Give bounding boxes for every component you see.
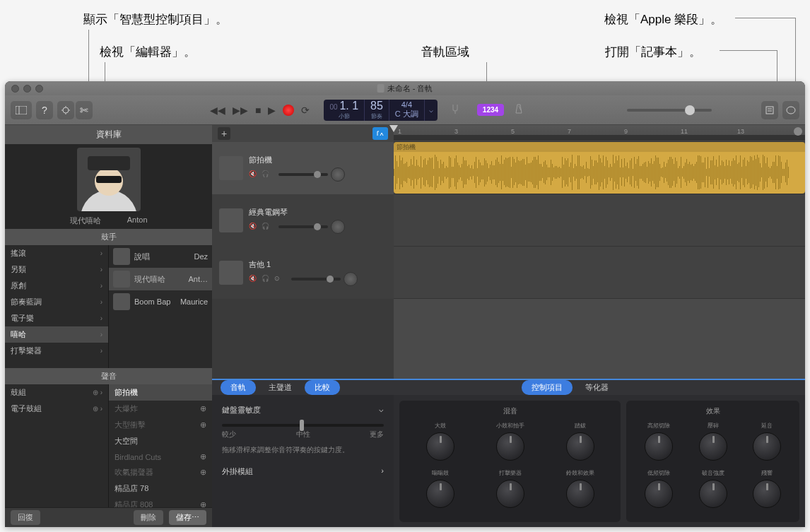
control-knob[interactable] (566, 432, 594, 461)
control-knob[interactable] (426, 432, 454, 461)
genre-item[interactable]: 嘻哈› (5, 326, 108, 343)
headphone-button[interactable]: 🎧 (262, 223, 271, 231)
preset-item[interactable]: Birdland Cuts⊕ (109, 449, 212, 464)
mute-button[interactable]: 🔇 (249, 223, 259, 231)
apple-loops-button[interactable] (782, 101, 799, 119)
control-knob[interactable] (496, 432, 524, 461)
pan-knob[interactable] (344, 272, 358, 286)
genre-item[interactable]: 電子樂› (5, 310, 108, 326)
track-volume-slider[interactable] (278, 173, 328, 176)
drummer-item[interactable]: Boom BapMaurice (109, 290, 212, 313)
window-zoom-button[interactable] (35, 85, 43, 93)
smart-controls-button[interactable] (57, 101, 74, 119)
delete-button[interactable]: 刪除 (134, 510, 163, 525)
lcd-menu-button[interactable]: ⌵ (425, 100, 438, 121)
timeline[interactable]: 135791113 節拍機 (394, 125, 805, 379)
track-lane[interactable] (394, 247, 805, 299)
drummer-item[interactable]: 說唱Dez (109, 245, 212, 268)
headphone-button[interactable]: 🎧 (262, 275, 271, 283)
genre-list[interactable]: 搖滾›另類›原創›節奏藍調›電子樂›嘻哈›打擊樂器› (5, 245, 109, 368)
ruler[interactable]: 135791113 (394, 125, 805, 142)
control-knob[interactable] (753, 432, 781, 461)
control-knob[interactable] (645, 432, 673, 461)
end-marker[interactable] (794, 127, 802, 136)
track-volume-slider[interactable] (291, 278, 341, 280)
tab-master[interactable]: 主聲道 (259, 380, 302, 395)
slider-thumb[interactable] (300, 420, 304, 431)
drummer-view-button[interactable] (372, 127, 388, 140)
genre-item[interactable]: 打擊樂器› (5, 343, 108, 359)
track-header[interactable]: 節拍機 🔇 🎧 (212, 142, 394, 194)
preset-item[interactable]: 大爆炸⊕ (109, 401, 212, 417)
add-track-button[interactable]: + (218, 127, 230, 140)
lcd-display[interactable]: 00 1. 1 小節 85 節奏 4/4 C 大調 ⌵ (324, 100, 437, 121)
track-header[interactable]: 經典電鋼琴 🔇 🎧 (212, 194, 394, 247)
preset-list[interactable]: 節拍機大爆炸⊕大型衝擊⊕大空間Birdland Cuts⊕吹氣揚聲器⊕精品店 7… (109, 384, 212, 507)
revert-button[interactable]: 回復 (11, 510, 40, 525)
stop-button[interactable]: ■ (255, 105, 261, 116)
genre-item[interactable]: 節奏藍調› (5, 294, 108, 310)
save-button[interactable]: 儲存⋯ (169, 510, 206, 525)
preset-item[interactable]: 大空間 (109, 433, 212, 449)
genre-item[interactable]: 搖滾› (5, 245, 108, 261)
volume-thumb[interactable] (685, 105, 695, 115)
track-lane[interactable] (394, 194, 805, 247)
count-in-button[interactable]: 1234 (477, 104, 504, 116)
rewind-button[interactable]: ◀◀ (210, 105, 225, 116)
sound-category-item[interactable]: 鼓組⊕ › (5, 384, 108, 401)
preset-item[interactable]: 節拍機 (109, 384, 212, 401)
tab-eq[interactable]: 等化器 (575, 380, 618, 395)
tab-controls[interactable]: 控制項目 (522, 380, 573, 395)
control-knob[interactable] (566, 480, 594, 508)
track-header[interactable]: 吉他 1 🔇 🎧 ⊙ (212, 247, 394, 299)
preset-item[interactable]: 精品店 78 (109, 480, 212, 497)
play-button[interactable]: ▶ (268, 105, 276, 116)
param-sensitivity-header[interactable]: 鍵盤靈敏度 ⌵ (222, 402, 384, 418)
preset-item[interactable]: 大型衝擊⊕ (109, 417, 212, 433)
cycle-button[interactable]: ⟳ (301, 105, 310, 116)
control-knob[interactable] (753, 480, 781, 508)
lcd-time-signature[interactable]: 4/4 (401, 100, 412, 109)
lcd-tempo[interactable]: 85 (370, 100, 383, 112)
audio-region[interactable]: 節拍機 (394, 142, 805, 194)
headphone-button[interactable]: 🎧 (262, 170, 271, 179)
genre-item[interactable]: 另類› (5, 261, 108, 278)
sensitivity-slider[interactable] (222, 424, 384, 427)
tuning-fork-icon[interactable] (450, 103, 460, 117)
notepad-button[interactable] (761, 101, 778, 119)
preset-item[interactable]: 吹氣揚聲器⊕ (109, 464, 212, 480)
editors-button[interactable]: ✄ (76, 101, 93, 119)
pan-knob[interactable] (331, 220, 345, 234)
control-knob[interactable] (699, 432, 727, 461)
drummer-item[interactable]: 現代嘻哈Ant… (109, 268, 212, 290)
control-knob[interactable] (426, 480, 454, 508)
knob-label: 嗡嗡鼓 (432, 469, 449, 477)
tab-track[interactable]: 音軌 (221, 380, 256, 395)
pan-knob[interactable] (331, 167, 345, 182)
master-volume-slider[interactable] (627, 109, 712, 112)
forward-button[interactable]: ▶▶ (233, 105, 248, 116)
window-minimize-button[interactable] (23, 85, 31, 93)
record-button[interactable] (283, 105, 294, 116)
sound-category-item[interactable]: 電子鼓組⊕ › (5, 401, 108, 417)
param-plugins-header[interactable]: 外掛模組 › (222, 463, 384, 480)
control-knob[interactable] (699, 480, 727, 508)
control-knob[interactable] (496, 480, 524, 508)
playhead[interactable] (389, 125, 398, 132)
tab-compare[interactable]: 比較 (305, 380, 340, 395)
sound-category-list[interactable]: 鼓組⊕ ›電子鼓組⊕ › (5, 384, 109, 507)
genre-item[interactable]: 原創› (5, 278, 108, 294)
control-knob[interactable] (645, 480, 673, 508)
mute-button[interactable]: 🔇 (249, 170, 259, 179)
input-button[interactable]: ⊙ (274, 275, 284, 283)
track-lane[interactable]: 節拍機 (394, 142, 805, 194)
track-volume-slider[interactable] (278, 225, 328, 228)
library-toggle-button[interactable] (11, 101, 32, 119)
mute-button[interactable]: 🔇 (249, 275, 259, 283)
drummer-list[interactable]: 說唱Dez現代嘻哈Ant…Boom BapMaurice (109, 245, 212, 368)
lcd-key[interactable]: C 大調 (395, 109, 418, 119)
quick-help-button[interactable]: ? (36, 101, 53, 119)
window-close-button[interactable] (11, 85, 19, 93)
preset-item[interactable]: 精品店 808⊕ (109, 497, 212, 507)
metronome-icon[interactable] (514, 103, 524, 117)
